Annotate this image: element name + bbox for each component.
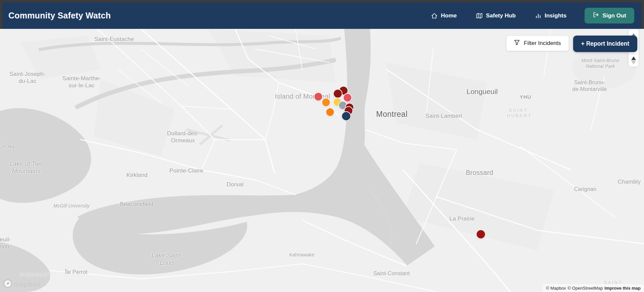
map-place-label: Saint-Eustache xyxy=(94,36,134,43)
map-place-label: reuil- rion xyxy=(0,236,11,250)
app-header: Community Safety Watch Home Safety Hub xyxy=(2,2,642,29)
map-place-label: Saint-Bruno- de-Montarville xyxy=(572,79,607,92)
map-place-label: La Prairie xyxy=(450,215,475,223)
incident-marker[interactable] xyxy=(333,89,342,98)
filter-incidents-button[interactable]: Filter Incidents xyxy=(506,36,569,51)
map-attribution: © Mapbox © OpenStreetMap Improve this ma… xyxy=(543,284,644,292)
map-canvas[interactable]: Saint-EustacheSaint-Joseph- du-LacSainte… xyxy=(0,29,644,292)
map-place-label: PINCOURT xyxy=(20,272,52,278)
sign-out-label: Sign Out xyxy=(602,12,626,19)
map-place-label: YHU xyxy=(520,94,532,100)
logout-icon xyxy=(593,12,599,19)
report-incident-label: + Report Incident xyxy=(581,40,629,47)
map-icon xyxy=(476,13,482,19)
map-place-label: Carignan xyxy=(574,186,597,193)
osm-attribution-link[interactable]: © OpenStreetMap xyxy=(567,286,603,291)
window-frame: Community Safety Watch Home Safety Hub xyxy=(0,0,644,29)
map-place-label: Chambly xyxy=(618,179,641,186)
map-place-label: Dorval xyxy=(227,181,243,188)
filter-incidents-label: Filter Incidents xyxy=(524,40,561,47)
incident-marker[interactable] xyxy=(322,98,331,107)
compass-icon xyxy=(631,56,636,64)
map-place-label: Lake Saint- Louis xyxy=(151,252,183,267)
nav-item-insights[interactable]: Insights xyxy=(535,12,566,19)
incident-marker[interactable] xyxy=(314,92,323,101)
map-action-buttons: Filter Incidents + Report Incident xyxy=(506,36,637,52)
map-place-label: Sainte-Marthe- sur-le-Lac xyxy=(62,75,101,89)
bar-chart-icon xyxy=(535,13,541,19)
map-place-label: Montreal xyxy=(376,109,407,119)
map-place-label: Île Perrot xyxy=(65,269,88,276)
map-place-label: Saint-Lambert xyxy=(425,113,462,120)
mapbox-logo[interactable]: mapbox xyxy=(3,279,41,289)
sign-out-button[interactable]: Sign Out xyxy=(585,8,634,23)
header-nav: Home Safety Hub Insights xyxy=(431,8,634,23)
incident-marker[interactable] xyxy=(476,230,486,239)
improve-map-link[interactable]: Improve this map xyxy=(604,286,641,291)
map-place-label: Saint-Joseph- du-Lac xyxy=(9,71,46,85)
app-title: Community Safety Watch xyxy=(8,11,111,20)
map-place-label: SAINT- HUBERT xyxy=(507,108,532,118)
map-place-label: Longueuil xyxy=(467,87,498,96)
compass-button[interactable] xyxy=(629,54,639,66)
funnel-icon xyxy=(514,40,520,47)
map-place-label: Kahnawake xyxy=(289,252,315,258)
nav-item-home[interactable]: Home xyxy=(431,12,457,19)
incident-marker[interactable] xyxy=(326,108,335,117)
map-place-label: d'Oka xyxy=(2,144,14,149)
nav-item-safety-hub[interactable]: Safety Hub xyxy=(476,12,516,19)
nav-item-label: Safety Hub xyxy=(486,12,516,19)
report-incident-button[interactable]: + Report Incident xyxy=(573,36,637,52)
map-place-label: McGill University xyxy=(53,203,90,209)
map-place-label: Saint-Constant xyxy=(373,270,410,277)
incident-marker[interactable] xyxy=(341,111,351,121)
map-place-label: Mont-Saint-Bruno National Park xyxy=(582,58,619,69)
map-place-label: Dollard-des- Ormeaux xyxy=(167,130,199,144)
nav-item-label: Home xyxy=(441,12,457,19)
mapbox-attribution-link[interactable]: © Mapbox xyxy=(546,286,566,291)
mapbox-pin-icon xyxy=(3,279,12,289)
mapbox-wordmark: mapbox xyxy=(14,281,41,288)
map-place-label: Beaconsfield xyxy=(120,201,153,208)
map-place-label: Brossard xyxy=(466,168,493,177)
map-place-label: Pointe-Claire xyxy=(170,167,203,175)
basemap-art xyxy=(0,29,644,292)
home-icon xyxy=(431,13,438,19)
map-place-label: Kirkland xyxy=(126,172,147,179)
nav-item-label: Insights xyxy=(545,12,566,19)
map-place-label: Lake of Two Mountains xyxy=(10,160,43,175)
